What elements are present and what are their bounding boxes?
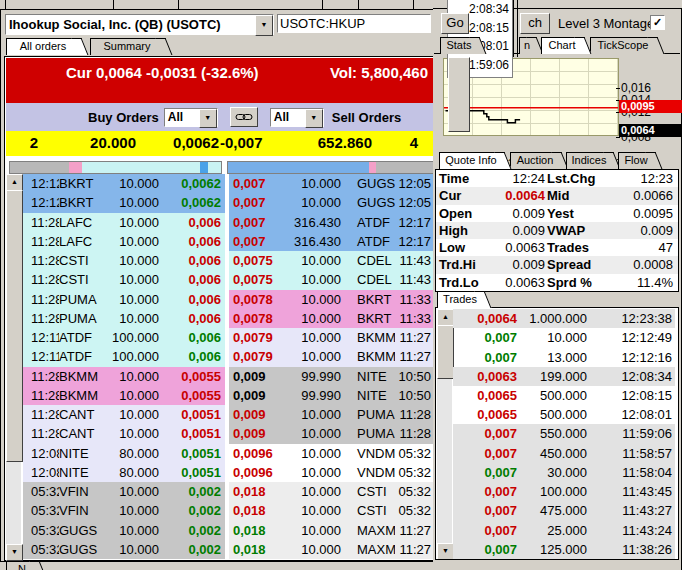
buy-order-row[interactable]: 05:32GUGS10.0000,002	[23, 540, 225, 559]
level3-checkbox[interactable]: ✓	[650, 15, 665, 30]
buy-order-row[interactable]: 12:12BKRT10.0000,0062	[23, 193, 225, 212]
buy-order-row[interactable]: 11:28CSTI10.0000,006	[23, 251, 225, 270]
tab-clipped-left[interactable]: n	[519, 37, 535, 54]
trade-row[interactable]: 0,0065500.00012:08:01	[453, 405, 675, 424]
sell-order-row[interactable]: 0,009610.000VNDM05:32	[229, 444, 433, 463]
trade-row[interactable]: 0,0063199.00012:08:34	[453, 367, 675, 386]
sell-order-row[interactable]: 0,007810.000BKRT11:33	[229, 290, 433, 309]
buy-mm: BKRT	[59, 195, 105, 210]
trade-row[interactable]: 0,0065500.00012:08:15	[453, 386, 675, 405]
sell-order-row[interactable]: 0,007316.430ATDF12:17	[229, 232, 433, 251]
sell-filter-select[interactable]: All ▼	[270, 108, 324, 127]
tab-auction[interactable]: Auction	[510, 152, 560, 169]
dropdown-arrow-icon[interactable]: ▼	[199, 109, 217, 128]
sell-order-row[interactable]: 0,00710.000GUGS12:05	[229, 193, 433, 212]
sell-order-row[interactable]: 0,00910.000PUMA11:28	[229, 405, 433, 424]
scrollbar-thumb[interactable]	[437, 325, 454, 379]
tab-summary[interactable]: Summary	[90, 38, 164, 55]
sell-order-row[interactable]: 0,00999.990NITE10:50	[229, 386, 433, 405]
buy-order-row[interactable]: 05:32VFIN10.0000,002	[23, 482, 225, 501]
trade-row[interactable]: 0,007100.00011:43:45	[453, 482, 675, 501]
buy-order-row[interactable]: 11:28CSTI10.0000,006	[23, 270, 225, 289]
tab-quote-info[interactable]: Quote Info	[439, 152, 503, 169]
scrollbar-thumb[interactable]	[6, 190, 23, 462]
buy-order-row[interactable]: 12:08NITE80.0000,0051	[23, 444, 225, 463]
trade-row[interactable]: 0,007475.00011:43:27	[453, 501, 675, 520]
buy-order-row[interactable]: 12:08NITE80.0000,0051	[23, 463, 225, 482]
buy-order-row[interactable]: 05:32VFIN10.0000,002	[23, 501, 225, 520]
sell-order-row[interactable]: 0,01810.000CSTI05:32	[229, 501, 433, 520]
scroll-up-icon[interactable]: ▲	[6, 174, 23, 191]
sell-order-row[interactable]: 0,007810.000BKRT11:33	[229, 309, 433, 328]
buy-order-row[interactable]: 05:32GUGS10.0000,002	[23, 521, 225, 540]
go-button[interactable]: Go	[441, 13, 469, 34]
tab-chart[interactable]: Chart	[541, 37, 583, 54]
level3-montage-label: Level 3 Montage	[558, 16, 654, 31]
sell-order-row[interactable]: 0,007910.000BKMM11:27	[229, 328, 433, 347]
tab-auction-label: Auction	[517, 154, 554, 166]
tab-flow[interactable]: Flow	[618, 152, 654, 169]
trade-row[interactable]: 0,007450.00011:58:57	[453, 444, 675, 463]
trade-price: 0,007	[453, 484, 517, 499]
sell-order-row[interactable]: 0,01810.000MAXM11:27	[229, 521, 433, 540]
trade-row[interactable]: 0,00641.000.00012:23:38	[453, 309, 675, 328]
buy-order-row[interactable]: 11:28LAFC10.0000,006	[23, 213, 225, 232]
sell-time: 05:32	[395, 484, 433, 499]
sell-order-row[interactable]: 0,007316.430ATDF12:17	[229, 213, 433, 232]
buy-mm: VFIN	[59, 503, 105, 518]
buy-order-row[interactable]: 11:28CANT10.0000,0051	[23, 405, 225, 424]
quote-value: 0.009	[489, 206, 547, 221]
buy-order-row[interactable]: 12:12BKRT10.0000,0062	[23, 174, 225, 193]
trade-row[interactable]: 0,007125.00011:38:26	[453, 540, 675, 559]
sell-order-row[interactable]: 0,00910.000PUMA11:28	[229, 424, 433, 443]
overlay-scrollbar[interactable]	[448, 57, 470, 132]
sell-order-row[interactable]: 0,00710.000GUGS12:05	[229, 174, 433, 193]
buy-order-row[interactable]: 11:28PUMA10.0000,006	[23, 290, 225, 309]
symbol-dropdown[interactable]: Ihookup Social, Inc. (QB) (USOTC) ▼	[5, 14, 274, 35]
buy-price: 0,0051	[169, 465, 225, 480]
depth-segment	[10, 162, 69, 173]
dropdown-arrow-icon[interactable]: ▼	[255, 15, 273, 36]
trades-scrollbar[interactable]: ▲ ▼	[437, 309, 452, 558]
buy-price: 0,006	[169, 292, 225, 307]
tab-tickscope[interactable]: TickScope	[590, 37, 656, 54]
montage-scrollbar[interactable]: ▲ ▼	[6, 174, 21, 559]
buy-order-row[interactable]: 12:11ATDF100.0000,006	[23, 347, 225, 366]
buy-order-row[interactable]: 11:28CANT10.0000,0051	[23, 424, 225, 443]
tab-indices[interactable]: Indices	[566, 152, 612, 169]
tab-stats[interactable]: Stats	[440, 37, 478, 54]
quote-value: 0.0064	[489, 188, 547, 203]
sell-order-row[interactable]: 0,007510.000CDEL11:43	[229, 251, 433, 270]
search-button-clipped[interactable]: ch	[520, 13, 550, 34]
scroll-down-icon[interactable]: ▼	[437, 543, 454, 560]
trade-row[interactable]: 0,007550.00011:59:06	[453, 424, 675, 443]
dropdown-arrow-icon[interactable]: ▼	[305, 109, 323, 128]
trade-size: 450.000	[517, 446, 587, 461]
symbol-input[interactable]	[277, 14, 431, 33]
news-tab-clipped[interactable]: N	[6, 561, 46, 570]
link-orders-button[interactable]	[230, 107, 258, 127]
buy-order-row[interactable]: 11:28PUMA10.0000,006	[23, 309, 225, 328]
scroll-up-icon[interactable]: ▲	[437, 309, 454, 326]
buy-order-row[interactable]: 12:11ATDF100.0000,006	[23, 328, 225, 347]
scroll-down-icon[interactable]: ▼	[6, 544, 23, 561]
buy-order-row[interactable]: 11:28BKMM10.0000,0055	[23, 367, 225, 386]
sell-order-row[interactable]: 0,01810.000CSTI05:32	[229, 482, 433, 501]
sell-order-row[interactable]: 0,007910.000BKMM11:27	[229, 347, 433, 366]
trade-row[interactable]: 0,00725.00011:43:24	[453, 520, 675, 539]
sell-order-row[interactable]: 0,009610.000VNDM05:32	[229, 463, 433, 482]
buy-order-row[interactable]: 11:28LAFC10.0000,006	[23, 232, 225, 251]
buy-filter-select[interactable]: All ▼	[164, 108, 218, 127]
tab-trades[interactable]: Trades	[437, 291, 483, 308]
trade-size: 199.000	[517, 369, 587, 384]
tab-all-orders[interactable]: All orders	[6, 38, 80, 55]
sell-order-row[interactable]: 0,007510.000CDEL11:43	[229, 270, 433, 289]
sell-order-row[interactable]: 0,01810.000MAXM11:27	[229, 540, 433, 559]
buy-order-row[interactable]: 11:28BKMM10.0000,0055	[23, 386, 225, 405]
trade-row[interactable]: 0,00713.00012:12:16	[453, 347, 675, 366]
trade-row[interactable]: 0,00730.00011:58:04	[453, 463, 675, 482]
trade-time: 12:08:15	[587, 388, 675, 403]
window-edge	[513, 0, 514, 57]
trade-row[interactable]: 0,00710.00012:12:49	[453, 328, 675, 347]
sell-order-row[interactable]: 0,00999.990NITE10:50	[229, 367, 433, 386]
